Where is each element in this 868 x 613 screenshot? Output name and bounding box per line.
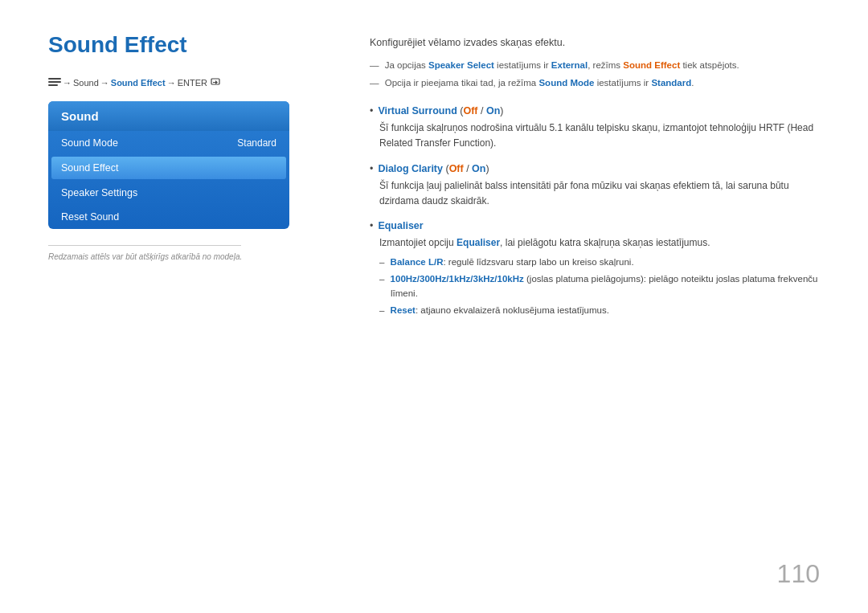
right-column: Konfigurējiet vēlamo izvades skaņas efek… — [370, 32, 820, 581]
page-number: 110 — [777, 559, 820, 589]
speaker-select-bold: Speaker Select — [428, 60, 494, 70]
menu-path-arrow1: → — [100, 78, 109, 88]
note-line-2: — Opcija ir pieejama tikai tad, ja režīm… — [370, 76, 820, 90]
sound-effect-bold: Sound Effect — [623, 60, 680, 70]
sound-mode-label: Sound Mode — [61, 137, 118, 149]
sound-menu-item-sound-effect[interactable]: Sound Effect — [51, 157, 286, 179]
sound-menu-item-speaker-settings[interactable]: Speaker Settings — [48, 181, 289, 205]
equaliser-subsection: – Balance L/R: regulē līdzsvaru starp la… — [370, 255, 820, 317]
menu-path-arrow2: → — [167, 78, 176, 88]
svg-rect-1 — [48, 81, 61, 83]
menu-path-sound-effect: Sound Effect — [111, 78, 166, 88]
sound-mode-value: Standard — [237, 137, 276, 149]
menu-path-enter: ENTER — [178, 78, 207, 88]
dialog-clarity-label: Dialog Clarity — [378, 163, 443, 174]
dialog-clarity-off-on: (Off / On) — [445, 163, 489, 174]
virtual-surround-off-on: (Off / On) — [460, 105, 503, 116]
footnote: Redzamais attēls var būt atšķirīgs atkar… — [48, 252, 338, 261]
sound-menu-item-reset-sound[interactable]: Reset Sound — [48, 205, 289, 229]
virtual-surround-title: Virtual Surround (Off / On) — [370, 105, 820, 116]
equaliser-body: Izmantojiet opciju Equaliser, lai pielāg… — [370, 235, 820, 251]
external-bold: External — [551, 60, 588, 70]
equaliser-bold: Equaliser — [457, 237, 500, 248]
dash-2: — — [370, 78, 379, 88]
freq-bold: 100Hz/300Hz/1kHz/3kHz/10kHz — [391, 274, 524, 284]
sound-mode-bold: Sound Mode — [538, 78, 594, 88]
svg-rect-0 — [48, 78, 61, 80]
equaliser-label: Equaliser — [378, 220, 423, 231]
sound-effect-label: Sound Effect — [61, 162, 118, 174]
virtual-surround-body: Šī funkcija skaļruņos nodrošina virtuālu… — [370, 121, 820, 151]
equaliser-title: Equaliser — [370, 220, 820, 231]
left-column: Sound Effect → Sound → Sound Effect → EN… — [48, 32, 338, 581]
divider-line — [48, 245, 241, 246]
menu-icon — [48, 77, 61, 88]
note-line-1: — Ja opcijas Speaker Select iestatījums … — [370, 59, 820, 72]
sub-dash-freq: – 100Hz/300Hz/1kHz/3kHz/10kHz (joslas pl… — [379, 272, 820, 300]
sound-menu-box: Sound Sound Mode Standard Sound Effect S… — [48, 101, 289, 229]
sub-dash-reset: – Reset: atjauno ekvalaizerā noklusējuma… — [379, 304, 820, 317]
balance-bold: Balance L/R — [391, 257, 444, 267]
menu-path-sound: Sound — [73, 78, 99, 88]
sound-menu-header: Sound — [48, 101, 289, 131]
page-title: Sound Effect — [48, 32, 338, 58]
standard-bold: Standard — [651, 78, 691, 88]
menu-path-enter-icon — [209, 78, 220, 88]
speaker-settings-label: Speaker Settings — [61, 187, 137, 198]
sub-dash-balance: – Balance L/R: regulē līdzsvaru starp la… — [379, 255, 820, 269]
section-dialog-clarity: Dialog Clarity (Off / On) Šī funkcija ļa… — [370, 163, 820, 209]
dialog-clarity-body: Šī funkcija ļauj palielināt balss intens… — [370, 178, 820, 209]
virtual-surround-label: Virtual Surround — [378, 105, 457, 116]
intro-text: Konfigurējiet vēlamo izvades skaņas efek… — [370, 35, 820, 51]
menu-path-prefix: → — [63, 78, 72, 88]
reset-bold: Reset — [391, 305, 416, 315]
sound-menu-item-sound-mode[interactable]: Sound Mode Standard — [48, 131, 289, 155]
section-virtual-surround: Virtual Surround (Off / On) Šī funkcija … — [370, 105, 820, 151]
menu-path: → Sound → Sound Effect → ENTER — [48, 77, 338, 88]
dash-1: — — [370, 60, 379, 70]
reset-sound-label: Reset Sound — [61, 211, 119, 223]
section-equaliser: Equaliser Izmantojiet opciju Equaliser, … — [370, 220, 820, 321]
svg-rect-2 — [48, 84, 58, 86]
dialog-clarity-title: Dialog Clarity (Off / On) — [370, 163, 820, 174]
